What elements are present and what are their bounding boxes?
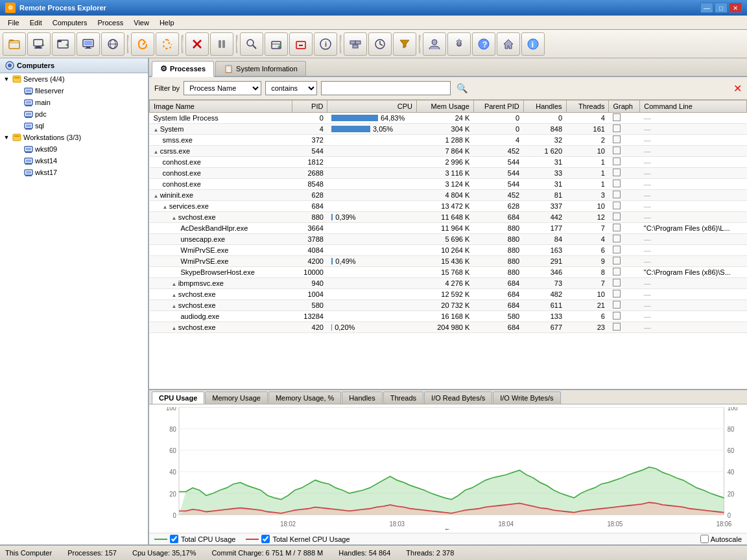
legend-total-cpu-checkbox[interactable]	[170, 535, 178, 543]
table-row[interactable]: conhost.exe85483 124 K544311—	[150, 179, 747, 190]
menu-file[interactable]: File	[3, 18, 25, 28]
svg-text:+: +	[65, 42, 69, 48]
col-header-mem[interactable]: Mem Usage	[417, 100, 474, 113]
svg-rect-54	[25, 128, 32, 130]
table-row[interactable]: ▲ svchost.exe4200,20%204 980 K68467723—	[150, 322, 747, 333]
minimize-button[interactable]: —	[700, 3, 713, 13]
menu-edit[interactable]: Edit	[25, 18, 47, 28]
col-header-pid[interactable]: PID	[292, 100, 327, 113]
sql-label: sql	[35, 122, 44, 130]
status-handles: Handles: 54 864	[338, 549, 390, 557]
maximize-button[interactable]: □	[715, 3, 728, 13]
table-row[interactable]: System Idle Process064,83%24 K004—	[150, 113, 747, 124]
suspend-button[interactable]	[210, 32, 233, 56]
chart-tab-memory[interactable]: Memory Usage	[205, 391, 268, 404]
add-group-button[interactable]: +	[52, 32, 75, 56]
close-button[interactable]: ✕	[729, 3, 742, 13]
tree-workstations-group[interactable]: ▼ Workstations (3/3)	[0, 132, 148, 143]
col-header-cpu[interactable]: CPU	[327, 100, 417, 113]
tree-fileserver[interactable]: fileserver	[0, 85, 148, 97]
legend-kernel-cpu-checkbox[interactable]	[261, 535, 270, 543]
close-filter-button[interactable]: ✕	[733, 82, 742, 95]
svg-point-40	[8, 64, 12, 67]
tree-wkst17[interactable]: wkst17	[0, 167, 148, 178]
col-header-graph[interactable]: Graph	[609, 100, 640, 113]
auto-refresh-button[interactable]	[368, 32, 392, 56]
table-row[interactable]: unsecapp.exe37885 696 K880844—	[150, 234, 747, 245]
modules-button[interactable]	[344, 32, 367, 56]
right-panel: ⚙ Processes 📋 System Information Filter …	[149, 58, 747, 544]
tree-pdc[interactable]: pdc	[0, 108, 148, 120]
table-row[interactable]: ▲ ibmpmsvc.exe9404 276 K684737—	[150, 278, 747, 289]
col-header-image-name[interactable]: Image Name	[150, 100, 292, 113]
help-button[interactable]: ?	[472, 32, 495, 56]
home-button[interactable]	[497, 32, 520, 56]
tab-system-info[interactable]: 📋 System Information	[215, 61, 306, 76]
table-row[interactable]: ▲ System43,05%304 K0848161—	[150, 124, 747, 135]
process-table-scroll[interactable]: Image Name PID CPU Mem Usage Parent PID …	[149, 100, 747, 389]
chart-tab-io-read[interactable]: I/O Read Bytes/s	[424, 391, 492, 404]
table-row[interactable]: ▲ services.exe68413 472 K62833710—	[150, 201, 747, 212]
table-row[interactable]: ▲ svchost.exe8800,39%11 648 K68444212—	[150, 212, 747, 223]
open-button[interactable]	[3, 32, 26, 56]
table-row[interactable]: ▲ svchost.exe100412 592 K68448210—	[150, 289, 747, 300]
table-row[interactable]: WmiPrvSE.exe408410 264 K8801636—	[150, 245, 747, 256]
chart-tab-handles[interactable]: Handles	[342, 391, 382, 404]
table-row[interactable]: ▲ svchost.exe58020 732 K68461121—	[150, 300, 747, 311]
table-row[interactable]: WmiPrvSE.exe42000,49%15 436 K8802919—	[150, 256, 747, 267]
tree-wkst09[interactable]: wkst09	[0, 143, 148, 155]
table-row[interactable]: conhost.exe26883 116 K544331—	[150, 168, 747, 179]
about-button[interactable]: i	[521, 32, 545, 56]
chart-tab-cpu[interactable]: CPU Usage	[152, 391, 204, 404]
tree-sql[interactable]: sql	[0, 120, 148, 132]
chart-tab-threads[interactable]: Threads	[383, 391, 423, 404]
tree-servers-group[interactable]: ▼ Servers (4/4)	[0, 73, 148, 85]
svg-rect-47	[26, 101, 31, 104]
chart-tab-memory-pct[interactable]: Memory Usage, %	[268, 391, 341, 404]
tree-wkst14[interactable]: wkst14	[0, 155, 148, 167]
add-computer-button[interactable]: +	[27, 32, 51, 56]
filter-button[interactable]	[393, 32, 416, 56]
table-row[interactable]: AcDeskBandHlpr.exe366411 964 K8801777"C:…	[150, 223, 747, 234]
filter-value-input[interactable]	[321, 81, 451, 95]
table-row[interactable]: ▲ wininit.exe6284 804 K452813—	[150, 190, 747, 201]
table-row[interactable]: SkypeBrowserHost.exe1000015 768 K8803468…	[150, 267, 747, 278]
status-commit: Commit Charge: 6 751 M / 7 888 M	[211, 549, 323, 557]
menu-help[interactable]: Help	[154, 18, 180, 28]
filter-condition-select[interactable]: contains starts with ends with equals	[265, 81, 317, 95]
tab-processes[interactable]: ⚙ Processes	[152, 61, 214, 77]
kill-process-button[interactable]	[185, 32, 209, 56]
svg-text:40: 40	[728, 469, 735, 476]
process-info-button[interactable]: i	[314, 32, 337, 56]
monitor-button[interactable]	[77, 32, 100, 56]
col-header-threads[interactable]: Threads	[566, 100, 609, 113]
table-row[interactable]: conhost.exe18122 996 K544311—	[150, 157, 747, 168]
table-row[interactable]: audiodg.exe1328416 168 K5801336—	[150, 311, 747, 322]
fileserver-label: fileserver	[35, 87, 64, 95]
col-header-cmdline[interactable]: Command Line	[640, 100, 747, 113]
svg-rect-18	[219, 40, 221, 48]
menu-computers[interactable]: Computers	[47, 18, 93, 28]
refresh-button-1[interactable]	[131, 32, 154, 56]
remove-process-button[interactable]	[289, 32, 313, 56]
table-row[interactable]: ▲ csrss.exe5447 864 K4521 62010—	[150, 146, 747, 157]
user-button[interactable]	[423, 32, 446, 56]
network-button[interactable]	[101, 32, 124, 56]
table-row[interactable]: smss.exe3721 288 K4322—	[150, 135, 747, 146]
menu-bar: File Edit Computers Process View Help	[0, 16, 747, 30]
tree-toggle-servers[interactable]: ▼	[3, 75, 10, 83]
menu-process[interactable]: Process	[93, 18, 129, 28]
refresh-button-2[interactable]	[156, 32, 179, 56]
settings-button[interactable]	[447, 32, 471, 56]
search-process-button[interactable]	[240, 32, 263, 56]
tree-main[interactable]: main	[0, 97, 148, 108]
autoscale-checkbox[interactable]	[700, 535, 709, 543]
col-header-ppid[interactable]: Parent PID	[473, 100, 523, 113]
add-process-button[interactable]: +	[265, 32, 288, 56]
chart-tab-io-write[interactable]: I/O Write Bytes/s	[493, 391, 560, 404]
menu-view[interactable]: View	[128, 18, 154, 28]
tree-toggle-workstations[interactable]: ▼	[3, 134, 10, 141]
col-header-handles[interactable]: Handles	[523, 100, 566, 113]
clear-filter-button[interactable]: 🔍	[455, 81, 469, 95]
filter-field-select[interactable]: Process Name PID CPU Memory	[184, 81, 261, 95]
